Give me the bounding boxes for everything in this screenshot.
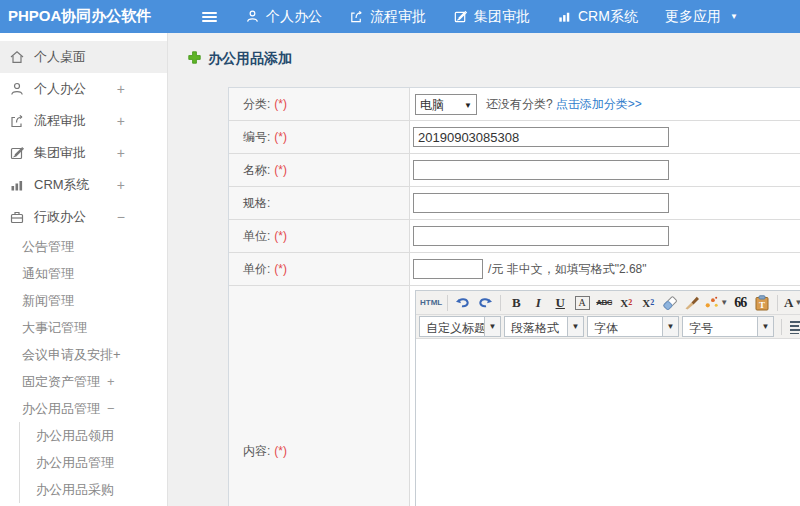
sidebar-subitem-fixed-assets-mgmt[interactable]: 固定资产管理 +: [0, 368, 167, 395]
nav-crm-system[interactable]: CRM系统: [557, 8, 638, 26]
flow-icon: [9, 113, 25, 129]
redo-button[interactable]: [475, 293, 495, 313]
sidebar-subitem-supplies-claim[interactable]: 办公用品领用: [20, 422, 167, 449]
form-row-content: 内容: (*) HTML B: [229, 286, 800, 506]
dropdown-arrow-icon: ▼: [757, 317, 773, 336]
remove-format-button[interactable]: [660, 293, 680, 313]
caret-down-icon: ▼: [730, 12, 738, 21]
sidebar-subitem-supplies-purchase[interactable]: 办公用品采购: [20, 476, 167, 503]
edit-icon: [453, 9, 468, 24]
superscript-button[interactable]: X2: [616, 293, 636, 313]
collapse-minus-icon[interactable]: −: [117, 209, 125, 225]
page-title: 办公用品添加: [188, 48, 800, 70]
expand-plus-icon[interactable]: +: [117, 113, 125, 129]
form-row-category: 分类: (*) 电脑 ▼ 还没有分类? 点击添加分类>>: [229, 88, 800, 121]
nav-label: 更多应用: [665, 8, 721, 26]
sidebar-item-group-approval[interactable]: 集团审批 +: [0, 137, 167, 169]
field-value: [410, 121, 800, 153]
sidebar-subitem-memorabilia-mgmt[interactable]: 大事记管理: [0, 314, 167, 341]
sidebar-subitem-news-mgmt[interactable]: 新闻管理: [0, 287, 167, 314]
dropdown-arrow-icon: ▼: [662, 317, 678, 336]
dropdown-arrow-icon: ▼: [567, 317, 583, 336]
label-text: 单位:: [243, 228, 270, 245]
sidebar-item-label: 集团审批: [34, 144, 86, 162]
sidebar-item-admin-office[interactable]: 行政办公 −: [0, 201, 167, 233]
app-logo[interactable]: PHPOA协同办公软件: [0, 7, 174, 26]
price-input[interactable]: [413, 259, 483, 279]
nav-label: 个人办公: [266, 8, 322, 26]
sidebar-subitem-meeting-request[interactable]: 会议申请及安排+: [0, 341, 167, 368]
label-text: 分类:: [243, 96, 270, 113]
home-icon: [9, 49, 25, 65]
italic-button[interactable]: I: [528, 293, 548, 313]
editor-toolbar-row1: HTML B I U A ABC X2: [416, 291, 800, 315]
spec-input[interactable]: [413, 193, 669, 213]
sidebar-item-personal-office[interactable]: 个人办公 +: [0, 73, 167, 105]
collapse-minus-icon[interactable]: −: [107, 401, 115, 416]
nav-group-approval[interactable]: 集团审批: [453, 8, 530, 26]
sidebar-item-crm-system[interactable]: CRM系统 +: [0, 169, 167, 201]
category-select[interactable]: 电脑: [416, 95, 476, 114]
sidebar-subitem-supplies-manage[interactable]: 办公用品管理: [20, 449, 167, 476]
dropdown-label: 段落格式: [505, 317, 567, 336]
align-left-icon: [789, 320, 800, 334]
top-navbar: PHPOA协同办公软件 个人办公 流程审批 集团审批 CRM系统: [0, 0, 800, 33]
label-text: 内容:: [243, 443, 270, 460]
bold-button[interactable]: B: [506, 293, 526, 313]
auto-typeset-button[interactable]: ▼: [704, 293, 728, 313]
source-code-button[interactable]: HTML: [420, 293, 442, 313]
font-family-dropdown[interactable]: 字体 ▼: [587, 316, 679, 337]
sidebar-subitem-office-supplies-mgmt[interactable]: 办公用品管理 −: [0, 395, 167, 422]
sparkle-icon: [704, 295, 719, 310]
nav-more-apps[interactable]: 更多应用 ▼: [665, 8, 738, 26]
price-format-hint: /元 非中文，如填写格式"2.68": [488, 261, 647, 278]
form-row-code: 编号: (*): [229, 121, 800, 154]
nav-workflow-approval[interactable]: 流程审批: [349, 8, 426, 26]
sidebar-item-personal-desktop[interactable]: 个人桌面: [0, 41, 167, 73]
blockquote-button[interactable]: 66: [730, 293, 750, 313]
strikethrough-button[interactable]: ABC: [594, 293, 614, 313]
sidebar-item-workflow-approval[interactable]: 流程审批 +: [0, 105, 167, 137]
expand-plus-icon[interactable]: +: [117, 81, 125, 97]
paragraph-format-dropdown[interactable]: 段落格式 ▼: [504, 316, 584, 337]
expand-plus-icon[interactable]: +: [117, 145, 125, 161]
editor-content-area[interactable]: [416, 339, 800, 506]
underline-button[interactable]: U: [550, 293, 570, 313]
nav-personal-office[interactable]: 个人办公: [245, 8, 322, 26]
label-text: 编号:: [243, 129, 270, 146]
add-category-link[interactable]: 点击添加分类>>: [556, 96, 642, 113]
hamburger-icon[interactable]: [198, 8, 221, 26]
paste-plain-button[interactable]: T: [752, 293, 772, 313]
sidebar: 个人桌面 个人办公 + 流程审批 + 集团审批 + CRM系统 + 行政办公 −: [0, 33, 168, 506]
bar-chart-icon: [9, 177, 25, 193]
form-row-name: 名称: (*): [229, 154, 800, 187]
format-painter-button[interactable]: [682, 293, 702, 313]
required-mark: (*): [274, 262, 287, 276]
name-input[interactable]: [413, 160, 669, 180]
font-color-button[interactable]: A ▼: [783, 293, 800, 313]
flow-icon: [349, 9, 364, 24]
expand-plus-icon[interactable]: +: [117, 177, 125, 193]
category-select-wrap: 电脑 ▼: [415, 94, 477, 115]
field-label: 名称: (*): [229, 154, 410, 186]
font-size-dropdown[interactable]: 字号 ▼: [682, 316, 774, 337]
sidebar-subitem-notice-mgmt[interactable]: 通知管理: [0, 260, 167, 287]
unit-input[interactable]: [413, 226, 669, 246]
subscript-button[interactable]: X2: [638, 293, 658, 313]
custom-heading-dropdown[interactable]: 自定义标题 ▼: [419, 316, 501, 337]
dropdown-arrow-icon: ▼: [794, 298, 800, 307]
required-mark: (*): [274, 163, 287, 177]
sidebar-subitem-label: 会议申请及安排+: [22, 346, 121, 364]
sidebar-subitem-announcement-mgmt[interactable]: 公告管理: [0, 233, 167, 260]
nav-label: 流程审批: [370, 8, 426, 26]
char-border-button[interactable]: A: [572, 293, 592, 313]
label-text: 单价:: [243, 261, 270, 278]
undo-button[interactable]: [453, 293, 473, 313]
dropdown-arrow-icon: ▼: [720, 298, 728, 307]
required-mark: (*): [274, 130, 287, 144]
code-input[interactable]: [413, 127, 669, 147]
field-label: 内容: (*): [229, 286, 410, 506]
expand-plus-icon[interactable]: +: [107, 374, 115, 389]
align-left-button[interactable]: [787, 317, 800, 337]
user-icon: [245, 9, 260, 24]
